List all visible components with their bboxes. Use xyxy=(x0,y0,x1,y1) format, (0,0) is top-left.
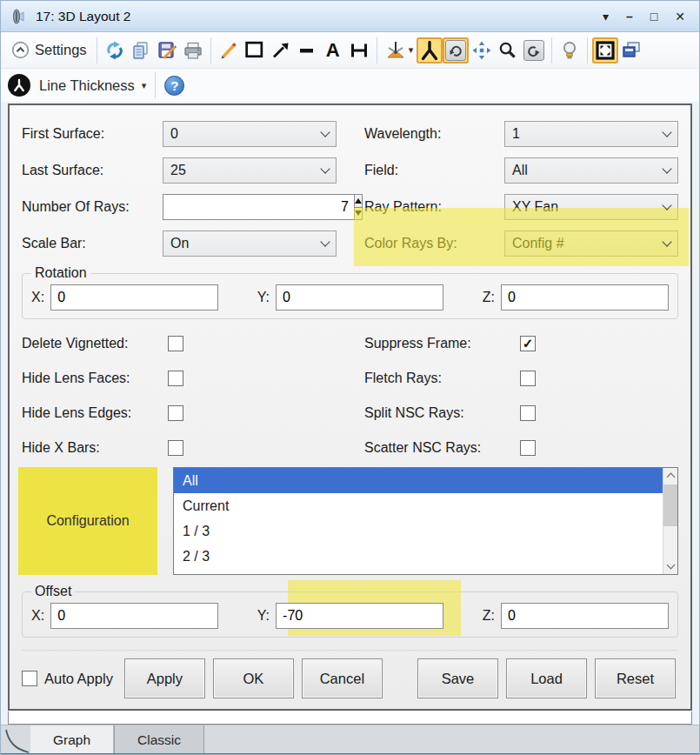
tab-graph[interactable]: Graph xyxy=(30,725,114,754)
ray-fan-toggle-button[interactable] xyxy=(417,37,443,63)
rectangle-tool-button[interactable] xyxy=(242,37,268,63)
rotate-icon xyxy=(445,40,466,61)
ok-button[interactable]: OK xyxy=(213,658,294,698)
settings-panel: First Surface: 0 Wavelength: 1 Last Surf… xyxy=(8,104,692,711)
ray-fan-white-icon xyxy=(12,78,26,92)
graph-edge-strip xyxy=(8,712,692,725)
save-button[interactable]: Save xyxy=(417,658,498,698)
rotation-z-label: Z: xyxy=(483,290,495,305)
chevron-down-icon xyxy=(662,237,671,246)
pencil-tool-button[interactable] xyxy=(216,37,242,63)
field-select[interactable]: All xyxy=(504,157,678,184)
rotation-x-label: X: xyxy=(31,290,44,305)
help-button[interactable]: ? xyxy=(164,76,184,96)
auto-apply-checkbox[interactable] xyxy=(22,671,37,686)
configuration-item-1-3[interactable]: 1 / 3 xyxy=(174,518,663,544)
rotation-y-label: Y: xyxy=(257,290,270,305)
hide-x-bars-checkbox[interactable] xyxy=(168,440,183,456)
refresh-button[interactable] xyxy=(102,37,128,63)
window-menu-button[interactable]: ▾ xyxy=(603,10,609,23)
chevron-up-circle-icon xyxy=(11,41,30,59)
ray-fan-icon xyxy=(419,40,440,61)
text-tool-button[interactable]: A xyxy=(320,37,346,63)
split-nsc-rays-checkbox[interactable] xyxy=(520,405,536,421)
apply-button[interactable]: Apply xyxy=(124,658,205,698)
title-bar: 17: 3D Layout 2 ▾ – □ ✕ xyxy=(1,1,699,32)
line-tool-button[interactable] xyxy=(294,37,320,63)
tab-classic[interactable]: Classic xyxy=(114,725,204,754)
chevron-down-icon xyxy=(320,237,330,246)
arrow-tool-button[interactable] xyxy=(268,37,294,63)
orientation-axis-button[interactable]: ▾ xyxy=(382,37,417,63)
scrollbar-track[interactable] xyxy=(663,483,677,559)
wavelength-select[interactable]: 1 xyxy=(504,121,678,147)
scroll-down-button[interactable] xyxy=(663,559,677,574)
load-button[interactable]: Load xyxy=(506,658,587,698)
configuration-item-2-3[interactable]: 2 / 3 xyxy=(174,544,663,569)
rotation-y-input[interactable] xyxy=(276,284,443,311)
hide-lens-faces-label: Hide Lens Faces: xyxy=(22,371,163,386)
toolbar-separator xyxy=(377,37,377,63)
rectangle-icon xyxy=(243,39,265,61)
suppress-frame-checkbox[interactable]: ✓ xyxy=(520,336,536,351)
toolbar-separator xyxy=(551,37,552,63)
delete-vignetted-label: Delete Vignetted: xyxy=(22,336,163,351)
last-surface-select[interactable]: 25 xyxy=(163,157,337,184)
copy-icon xyxy=(130,40,151,61)
field-label: Field: xyxy=(352,163,504,178)
scale-bar-select[interactable]: On xyxy=(163,231,337,257)
hide-lens-faces-checkbox[interactable] xyxy=(168,371,183,386)
close-button[interactable]: ✕ xyxy=(675,10,685,23)
toolbar-separator xyxy=(155,72,156,98)
scatter-nsc-rays-checkbox[interactable] xyxy=(520,440,536,456)
arrow-icon xyxy=(270,40,291,61)
app-icon xyxy=(10,7,29,26)
save-button-toolbar[interactable] xyxy=(154,37,180,63)
number-of-rays-stepper xyxy=(163,194,337,220)
rotation-z-input[interactable] xyxy=(501,284,669,311)
offset-z-label: Z: xyxy=(483,608,495,624)
zoom-button[interactable] xyxy=(495,37,521,63)
check-icon: ✓ xyxy=(523,336,534,351)
lamp-button[interactable] xyxy=(557,37,583,63)
number-of-rays-input[interactable] xyxy=(163,194,354,220)
delete-vignetted-checkbox[interactable] xyxy=(168,336,183,351)
cancel-button[interactable]: Cancel xyxy=(302,658,383,698)
settings-button[interactable]: Settings xyxy=(6,39,92,61)
print-button[interactable] xyxy=(180,37,206,63)
line-thickness-dropdown[interactable]: Line Thickness xyxy=(39,77,135,94)
maximize-button[interactable]: □ xyxy=(650,10,657,23)
offset-y-label: Y: xyxy=(257,608,270,624)
fletch-rays-checkbox[interactable] xyxy=(520,371,536,386)
configuration-item-all[interactable]: All xyxy=(174,468,663,493)
scrollbar-thumb[interactable] xyxy=(663,484,677,526)
minimize-button[interactable]: – xyxy=(626,10,633,23)
rotate-toggle-button[interactable] xyxy=(443,37,469,63)
reset-button[interactable]: Reset xyxy=(595,658,676,698)
copy-button[interactable] xyxy=(128,37,154,63)
refresh-icon xyxy=(104,40,125,61)
dimension-tool-button[interactable] xyxy=(346,37,372,63)
main-toolbar: Settings xyxy=(1,32,699,69)
configuration-item-current[interactable]: Current xyxy=(174,493,663,518)
checkbox-grid: Delete Vignetted: Suppress Frame: ✓ Hide… xyxy=(22,326,678,465)
offset-y-input[interactable] xyxy=(276,603,443,629)
rotation-x-input[interactable] xyxy=(50,284,218,311)
chevron-down-icon xyxy=(662,164,671,173)
offset-z-input[interactable] xyxy=(501,603,669,629)
toolbar-separator xyxy=(97,37,97,63)
fit-window-toggle-button[interactable] xyxy=(592,37,618,63)
cascade-windows-button[interactable] xyxy=(618,37,644,63)
pan-button[interactable] xyxy=(469,37,495,63)
scroll-up-button[interactable] xyxy=(663,468,677,483)
undo-button[interactable] xyxy=(521,37,547,63)
hide-lens-edges-checkbox[interactable] xyxy=(168,405,183,421)
ray-pattern-select[interactable]: XY Fan xyxy=(504,194,678,220)
color-rays-by-select[interactable]: Config # xyxy=(504,231,678,257)
help-icon: ? xyxy=(170,78,178,93)
lightbulb-icon xyxy=(560,40,579,61)
chevron-down-icon[interactable]: ▾ xyxy=(142,80,147,91)
offset-x-input[interactable] xyxy=(50,603,218,629)
active-tool-button[interactable] xyxy=(8,74,30,97)
first-surface-select[interactable]: 0 xyxy=(163,121,337,147)
